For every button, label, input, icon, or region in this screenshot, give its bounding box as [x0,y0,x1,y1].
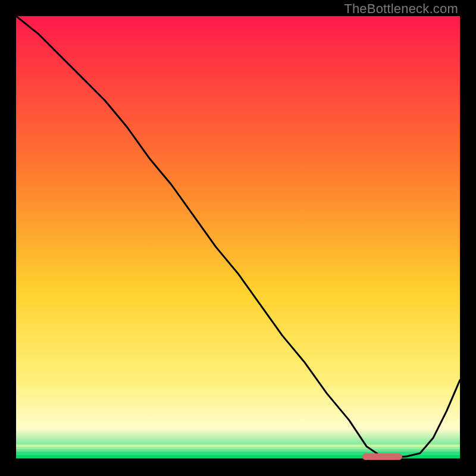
band-2 [16,447,460,449]
chart-frame [16,16,460,460]
band-3 [16,449,460,452]
watermark-text: TheBottleneck.com [344,1,458,17]
bottleneck-chart [16,16,460,460]
optimal-range-marker [362,453,402,460]
band-1 [16,444,460,447]
gradient-background [16,16,460,460]
